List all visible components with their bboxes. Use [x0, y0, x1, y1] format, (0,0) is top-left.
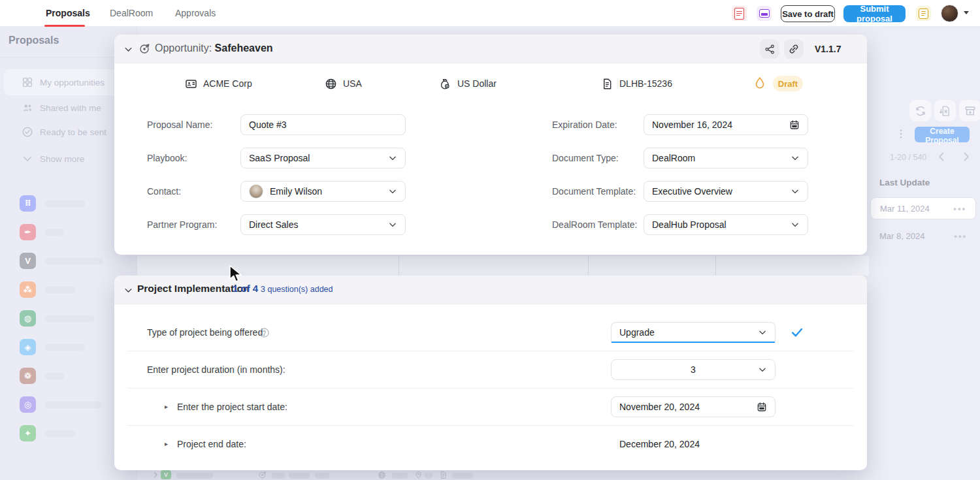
- money-bag-icon: [439, 78, 451, 90]
- chevron-down-icon: [22, 153, 33, 165]
- document-id: DLHB-15236: [619, 78, 672, 89]
- collapse-chevron-icon[interactable]: [123, 285, 133, 295]
- export-excel-icon: [939, 105, 951, 117]
- row-menu-icon[interactable]: •••: [954, 231, 967, 241]
- partner-program-select[interactable]: Direct Sales: [240, 214, 406, 235]
- background-bottom-row: V: [137, 470, 869, 480]
- calendar-icon[interactable]: [757, 402, 767, 412]
- question-label: Enter project duration (in months):: [147, 359, 286, 380]
- question-label: Project end date:: [177, 434, 246, 455]
- project-duration-select[interactable]: 3: [611, 359, 776, 380]
- user-menu-caret-icon[interactable]: [964, 11, 969, 14]
- active-tab-indicator: [44, 25, 85, 27]
- table-row[interactable]: Mar 11, 2024 •••: [870, 197, 976, 219]
- questions-added-note: 3 question(s) added: [261, 285, 333, 294]
- chevron-down-icon: [388, 220, 397, 229]
- opportunity-name: Safeheaven: [215, 42, 273, 54]
- project-start-date-input[interactable]: November 20, 2024: [611, 396, 776, 417]
- opportunities-list-panel: Create Proposal 1-20 / 540 Last Update M…: [869, 27, 980, 480]
- field-label: Playbook:: [147, 148, 187, 168]
- select-value: Executive Overview: [652, 186, 791, 197]
- chevron-down-icon: [791, 153, 800, 163]
- people-icon: [22, 102, 33, 114]
- section-progress: 1 of 4: [233, 283, 258, 294]
- kebab-menu-icon[interactable]: [895, 128, 907, 140]
- contact-select[interactable]: Emily Wilson: [240, 181, 406, 202]
- playbook-select[interactable]: SaaS Proposal: [240, 148, 406, 168]
- archive-icon: [964, 105, 976, 117]
- table-row[interactable]: Mar 8, 2024 •••: [870, 225, 976, 247]
- calendar-icon[interactable]: [789, 120, 800, 130]
- flame-app-icon: ✦: [20, 425, 36, 441]
- slides-icon: [759, 9, 770, 18]
- pagination-label: 1-20 / 540: [890, 153, 926, 162]
- tab-approvals[interactable]: Approvals: [175, 0, 216, 27]
- confirm-check-icon[interactable]: [790, 325, 804, 340]
- user-avatar[interactable]: [941, 5, 958, 22]
- top-navigation-bar: Proposals DealRoom Approvals Save to dra…: [0, 0, 980, 27]
- skeleton-bar: [44, 258, 103, 264]
- shield-app-icon: ◈: [20, 339, 36, 355]
- export-pdf-button[interactable]: [732, 6, 747, 21]
- export-excel-button[interactable]: [934, 100, 956, 121]
- status-badge: Draft: [773, 76, 803, 91]
- archive-button[interactable]: [959, 100, 980, 121]
- pin-icon: [414, 471, 423, 479]
- share-button[interactable]: [760, 39, 779, 59]
- prev-page-icon[interactable]: [936, 151, 947, 163]
- field-label: Proposal Name:: [147, 114, 212, 135]
- input-value: Quote #3: [249, 120, 397, 130]
- presentation-button[interactable]: [757, 6, 772, 21]
- meta-account: ACME Corp: [185, 75, 252, 92]
- project-type-select[interactable]: Upgrade: [611, 322, 776, 343]
- create-proposal-button[interactable]: Create Proposal: [915, 127, 970, 142]
- sidebar-item-label: Shared with me: [40, 103, 101, 113]
- row-menu-icon[interactable]: •••: [953, 204, 966, 214]
- version-label: V1.1.7: [815, 44, 841, 54]
- copy-link-button[interactable]: [784, 39, 804, 59]
- chevron-down-icon: [791, 220, 800, 229]
- background-table-row: [137, 256, 869, 276]
- select-value: Emily Wilson: [270, 186, 388, 197]
- field-label: Expiration Date:: [552, 114, 617, 135]
- skeleton-bar: [44, 287, 76, 293]
- chevron-right-icon: [152, 471, 159, 479]
- collapse-chevron-icon[interactable]: [123, 44, 133, 54]
- tab-proposals[interactable]: Proposals: [46, 0, 90, 27]
- divider: [127, 351, 854, 351]
- notes-icon: [919, 8, 928, 19]
- sidebar-item-label: Ready to be sent: [40, 127, 106, 137]
- letter-v-app-icon: V: [20, 253, 36, 269]
- app-shortcut[interactable]: V: [0, 253, 137, 270]
- network-app-icon: ⁂: [20, 281, 36, 298]
- account-name: ACME Corp: [203, 78, 252, 89]
- dealroom-template-select[interactable]: DealHub Proposal: [644, 214, 808, 235]
- bullet-triangle-icon: ▸: [165, 440, 168, 447]
- chevron-down-icon: [388, 153, 397, 163]
- submit-proposal-button[interactable]: Submit proposal: [843, 5, 906, 22]
- document-template-select[interactable]: Executive Overview: [644, 181, 808, 202]
- field-label: DealRoom Template:: [552, 214, 637, 235]
- question-label: Type of project being offered:: [147, 322, 265, 343]
- date-value: November 20, 2024: [619, 402, 757, 412]
- select-value: DealHub Proposal: [652, 219, 791, 230]
- document-type-select[interactable]: DealRoom: [644, 148, 808, 168]
- expiration-date-input[interactable]: November 16, 2024: [644, 114, 808, 135]
- tab-dealroom[interactable]: DealRoom: [110, 0, 153, 27]
- notes-button[interactable]: [916, 6, 931, 21]
- grid-icon: [22, 76, 33, 88]
- proposal-name-input[interactable]: Quote #3: [240, 114, 406, 135]
- sidebar-item-label: My opportunities: [40, 78, 105, 88]
- field-label: Contact:: [147, 181, 181, 202]
- skeleton-bar: [44, 430, 76, 437]
- chevron-down-icon: [758, 365, 767, 374]
- save-to-draft-button[interactable]: Save to draft: [781, 5, 835, 22]
- help-icon[interactable]: [259, 327, 270, 338]
- account-card-icon: [185, 78, 197, 90]
- meta-document-id: DLHB-15236: [601, 75, 672, 92]
- last-update-value: Mar 11, 2024: [880, 204, 930, 214]
- refresh-button[interactable]: [909, 100, 931, 121]
- next-page-icon[interactable]: [960, 151, 972, 163]
- sidebar-item-label: Show more: [40, 154, 84, 164]
- opportunity-title-prefix: Opportunity:: [155, 42, 212, 54]
